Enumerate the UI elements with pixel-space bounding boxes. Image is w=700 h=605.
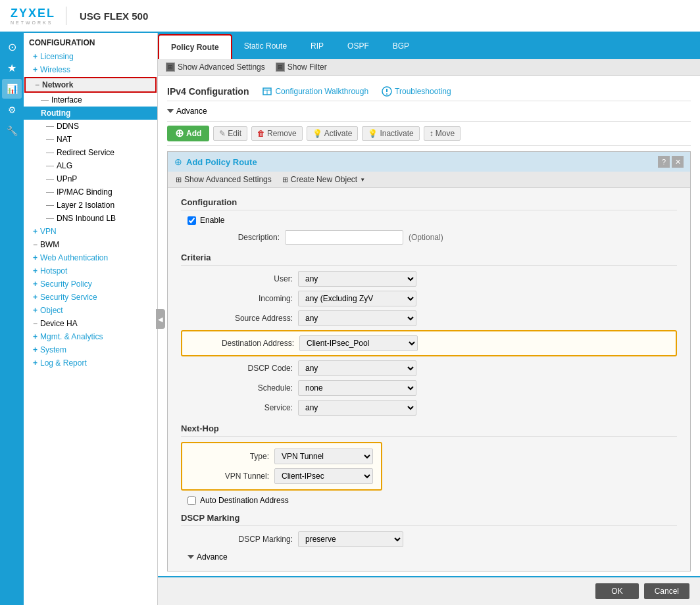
- schedule-select[interactable]: none: [298, 380, 416, 396]
- tab-static-route[interactable]: Static Route: [232, 33, 299, 59]
- sidebar-item-log-report[interactable]: + Log & Report: [24, 356, 157, 370]
- brand-name: ZYXEL: [11, 7, 55, 20]
- source-address-select[interactable]: any: [298, 310, 416, 326]
- dscp-marking-section-title: DSCP Marking: [181, 513, 677, 526]
- tab-policy-route[interactable]: Policy Route: [158, 34, 232, 60]
- panel-close-button[interactable]: ✕: [672, 156, 684, 168]
- sidebar-item-alg[interactable]: — ALG: [24, 159, 157, 172]
- show-filter-btn[interactable]: ⊞ Show Filter: [276, 62, 327, 72]
- edit-button[interactable]: ✎ Edit: [213, 126, 247, 141]
- sidebar-item-network[interactable]: − Network: [24, 77, 157, 93]
- user-select[interactable]: any: [298, 271, 416, 287]
- sidebar-item-device-ha-label: Device HA: [40, 319, 78, 328]
- dscp-marking-select[interactable]: preserve: [298, 531, 403, 547]
- add-button[interactable]: ⊕ Add: [167, 126, 209, 141]
- ok-button[interactable]: OK: [595, 583, 638, 599]
- sidebar-item-ipmac[interactable]: — IP/MAC Binding: [24, 185, 157, 199]
- remove-button[interactable]: 🗑 Remove: [251, 126, 303, 141]
- ok-label: OK: [611, 587, 622, 596]
- sidebar-item-mgmt[interactable]: + Mgmt. & Analytics: [24, 330, 157, 343]
- incoming-select[interactable]: any (Excluding ZyV: [298, 291, 416, 306]
- auto-dest-checkbox[interactable]: [188, 496, 196, 505]
- configuration-section-title: Configuration: [181, 197, 677, 210]
- sidebar-nav: CONFIGURATION + Licensing + Wireless − N…: [24, 33, 157, 605]
- sidebar-item-bwm[interactable]: − BWM: [24, 238, 157, 251]
- inactivate-button[interactable]: 💡 Inactivate: [362, 126, 419, 141]
- advance-toggle[interactable]: Advance: [167, 107, 691, 116]
- dashboard-icon[interactable]: ⊙: [2, 37, 22, 57]
- sidebar-item-security-service[interactable]: + Security Service: [24, 291, 157, 304]
- description-input[interactable]: [285, 230, 403, 245]
- cancel-label: Cancel: [655, 587, 679, 596]
- inactivate-icon: 💡: [368, 129, 378, 138]
- svg-point-1: [386, 93, 388, 95]
- sidebar-item-interface-label: Interface: [51, 95, 82, 105]
- panel-help-button[interactable]: ?: [658, 156, 670, 168]
- sidebar-item-log-report-label: Log & Report: [40, 358, 87, 368]
- enable-checkbox[interactable]: [188, 216, 196, 225]
- sidebar-item-alg-label: ALG: [57, 161, 72, 170]
- ipv4-header: IPv4 Configuration Configuration Walkthr…: [167, 82, 691, 101]
- sidebar-item-system[interactable]: + System: [24, 343, 157, 356]
- sidebar-item-layer2-label: Layer 2 Isolation: [57, 201, 114, 210]
- add-label: Add: [186, 129, 201, 138]
- page-content: IPv4 Configuration Configuration Walkthr…: [158, 76, 700, 576]
- cancel-button[interactable]: Cancel: [644, 583, 689, 599]
- troubleshooting-btn[interactable]: Troubleshooting: [382, 86, 451, 97]
- enable-label: Enable: [200, 216, 224, 225]
- schedule-row: Schedule: none: [181, 380, 677, 396]
- service-select[interactable]: any: [298, 400, 416, 416]
- dscp-code-select[interactable]: any: [298, 360, 416, 376]
- show-advanced-settings-btn[interactable]: ⊞ Show Advanced Settings: [166, 62, 265, 72]
- panel-create-new-object-btn[interactable]: ⊞ Create New Object ▼: [282, 175, 365, 184]
- sidebar-item-licensing[interactable]: + Licensing: [24, 50, 157, 63]
- tab-bgp[interactable]: BGP: [381, 33, 421, 59]
- sidebar-item-wireless[interactable]: + Wireless: [24, 63, 157, 76]
- sidebar-item-upnp[interactable]: — UPnP: [24, 172, 157, 185]
- tools-icon[interactable]: 🔧: [2, 121, 22, 141]
- auto-dest-row: Auto Destination Address: [181, 496, 677, 505]
- favorites-icon[interactable]: ★: [2, 58, 22, 78]
- activate-label: Activate: [324, 129, 353, 138]
- sidebar-item-dns[interactable]: — DNS Inbound LB: [24, 212, 157, 225]
- move-icon: ↕: [430, 129, 434, 138]
- walkthrough-btn[interactable]: Configuration Walkthrough: [262, 87, 368, 96]
- nexthop-section-title: Next-Hop: [181, 424, 677, 437]
- sidebar-item-ddns[interactable]: — DDNS: [24, 120, 157, 133]
- sidebar-item-routing[interactable]: Routing: [24, 107, 157, 120]
- sidebar-item-redirect[interactable]: — Redirect Service: [24, 146, 157, 159]
- sidebar-item-device-ha[interactable]: − Device HA: [24, 317, 157, 330]
- monitor-icon[interactable]: 📊: [2, 79, 22, 99]
- sidebar-item-redirect-label: Redirect Service: [57, 148, 114, 157]
- tab-rip[interactable]: RIP: [299, 33, 336, 59]
- sidebar-item-object[interactable]: + Object: [24, 304, 157, 317]
- sidebar-item-hotspot[interactable]: + Hotspot: [24, 264, 157, 278]
- destination-address-select[interactable]: Client-IPsec_Pool: [299, 335, 418, 351]
- sidebar-collapse-btn[interactable]: ◀: [156, 309, 165, 329]
- grid-icon: ⊞: [166, 62, 175, 72]
- activate-button[interactable]: 💡 Activate: [307, 126, 359, 141]
- dscp-advance-arrow-icon: [188, 555, 194, 559]
- sidebar-icon-strip: ⊙ ★ 📊 ⚙ 🔧: [0, 33, 24, 605]
- panel-show-advanced-btn[interactable]: ⊞ Show Advanced Settings: [176, 175, 272, 184]
- sidebar-item-nat[interactable]: — NAT: [24, 133, 157, 146]
- nexthop-vpn-label: VPN Tunnel:: [190, 472, 269, 481]
- move-button[interactable]: ↕ Move: [424, 126, 461, 141]
- sidebar-item-vpn[interactable]: + VPN: [24, 225, 157, 238]
- optional-hint: (Optional): [409, 233, 443, 242]
- tab-ospf[interactable]: OSPF: [336, 33, 381, 59]
- brand-sub: NETWORKS: [11, 20, 53, 25]
- panel-header: ⊕ Add Policy Route ? ✕: [168, 152, 690, 172]
- nexthop-type-select[interactable]: VPN Tunnel: [274, 448, 373, 464]
- sidebar-item-security-policy[interactable]: + Security Policy: [24, 278, 157, 291]
- move-label: Move: [436, 129, 455, 138]
- sidebar-item-interface[interactable]: — Interface: [24, 93, 157, 107]
- sidebar-item-web-auth[interactable]: + Web Authentication: [24, 251, 157, 264]
- sidebar-item-layer2[interactable]: — Layer 2 Isolation: [24, 199, 157, 212]
- user-label: User:: [188, 274, 293, 283]
- config-icon[interactable]: ⚙: [2, 100, 22, 120]
- tab-policy-route-label: Policy Route: [171, 43, 219, 52]
- nexthop-vpn-select[interactable]: Client-IPsec: [274, 468, 373, 484]
- source-address-row: Source Address: any: [181, 310, 677, 326]
- dscp-advance-toggle[interactable]: Advance: [181, 552, 677, 562]
